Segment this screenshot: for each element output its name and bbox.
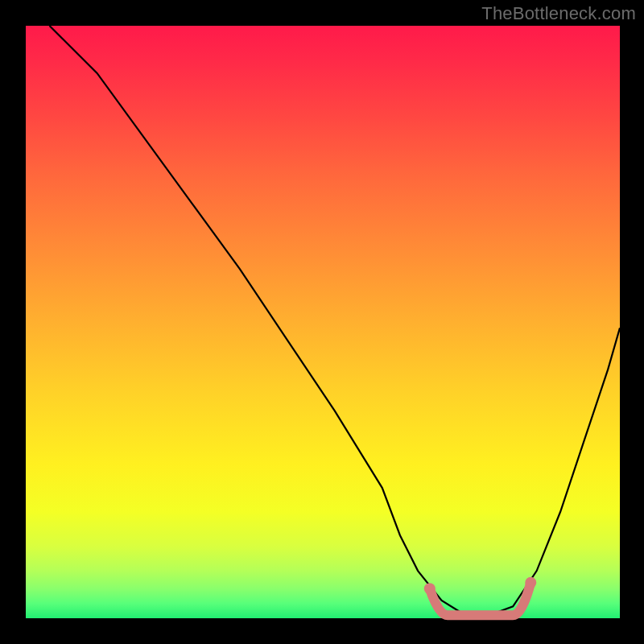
optimal-range-start-dot bbox=[424, 583, 436, 594]
optimal-range-end-dot bbox=[525, 577, 536, 588]
chart-stage: TheBottleneck.com bbox=[0, 0, 644, 644]
plot-background bbox=[26, 26, 620, 618]
watermark-text: TheBottleneck.com bbox=[481, 3, 636, 24]
chart-svg bbox=[0, 0, 644, 644]
